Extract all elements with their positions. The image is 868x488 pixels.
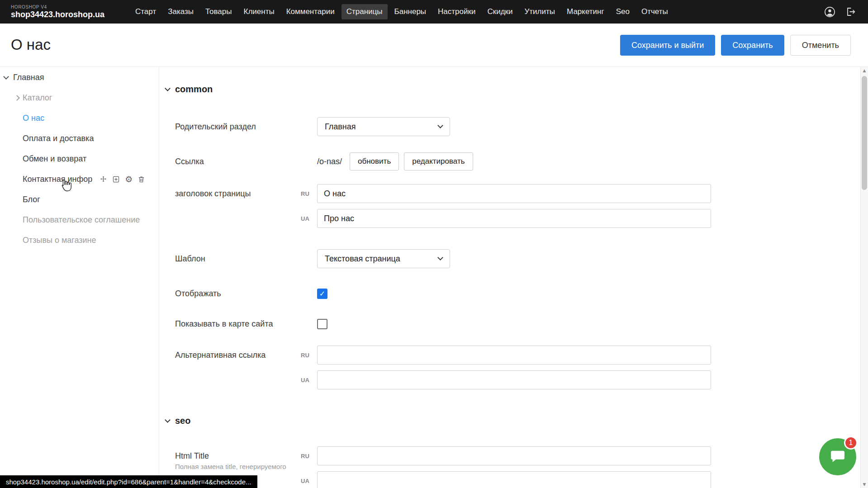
tree-item-label: Контактная инфор xyxy=(23,175,92,184)
brand-logo[interactable]: HOROSHOP V4 shop34423.horoshop.ua xyxy=(11,5,129,19)
cancel-button[interactable]: Отменить xyxy=(790,35,851,56)
nav-item-orders[interactable]: Заказы xyxy=(163,4,199,19)
status-url-bar: shop34423.horoshop.ua/edit/edit.php?id=6… xyxy=(0,475,257,488)
tree-item-label: Пользовательское соглашение xyxy=(23,215,140,225)
save-button[interactable]: Сохранить xyxy=(721,35,784,56)
edit-link-button[interactable]: редактировать xyxy=(404,152,473,171)
topbar-icons xyxy=(824,6,856,18)
header-buttons: Сохранить и выйти Сохранить Отменить xyxy=(620,35,851,56)
page-edit-form: common Родительский раздел Главная Ссылк… xyxy=(159,67,868,488)
brand-version: HOROSHOP V4 xyxy=(11,5,129,9)
section-seo[interactable]: seo xyxy=(166,416,868,426)
display-row: Отображать xyxy=(175,289,868,299)
tree-item-label: Оплата и доставка xyxy=(23,134,94,143)
field-label: Отображать xyxy=(175,289,317,298)
nav-item-utilities[interactable]: Утилиты xyxy=(520,4,560,19)
tree-item-label: О нас xyxy=(23,114,44,123)
tree-item-label: Каталог xyxy=(23,93,52,103)
nav-item-settings[interactable]: Настройки xyxy=(433,4,480,19)
html-title-ua-input[interactable] xyxy=(317,471,711,488)
chevron-right-icon xyxy=(14,95,20,101)
page-header: О нас Сохранить и выйти Сохранить Отмени… xyxy=(0,24,868,66)
scrollbar-thumb[interactable] xyxy=(862,76,867,190)
field-label: Html Title Полная замена title, генериру… xyxy=(175,446,317,471)
lang-ru-badge: RU xyxy=(301,453,309,460)
sitemap-row: Показывать в карте сайта xyxy=(175,319,868,329)
sidebar-item-o-nas[interactable]: О нас xyxy=(0,108,159,128)
lang-ru-badge: RU xyxy=(301,352,309,359)
link-path: /o-nas/ xyxy=(317,157,342,166)
scroll-down-icon[interactable]: ▼ xyxy=(861,482,868,487)
field-label: Родительский раздел xyxy=(175,122,317,132)
parent-section-row: Родительский раздел Главная xyxy=(175,117,868,136)
alt-link-ua-input[interactable] xyxy=(317,370,711,389)
sidebar-item-glavnaya[interactable]: Главная xyxy=(0,67,159,88)
alt-link-ru-input[interactable] xyxy=(317,346,711,365)
nav-item-marketing[interactable]: Маркетинг xyxy=(562,4,609,19)
nav-item-reports[interactable]: Отчеты xyxy=(636,4,673,19)
lang-ua-badge: UA xyxy=(301,478,309,484)
scrollbar[interactable]: ▲ ▼ xyxy=(860,67,868,488)
template-select[interactable]: Текстовая страница xyxy=(317,249,450,268)
nav-item-comments[interactable]: Комментарии xyxy=(281,4,340,19)
tree-row-actions: ⚙ xyxy=(100,175,145,183)
nav-item-start[interactable]: Старт xyxy=(130,4,161,19)
move-icon[interactable] xyxy=(100,175,107,183)
chevron-down-icon xyxy=(437,255,443,261)
sidebar-item-blog[interactable]: Блог xyxy=(0,190,159,210)
sidebar-item-obmen-i-vozvrat[interactable]: Обмен и возврат xyxy=(0,149,159,169)
save-and-exit-button[interactable]: Сохранить и выйти xyxy=(620,35,715,56)
gear-icon[interactable]: ⚙ xyxy=(125,175,133,183)
tree-item-label: Обмен и возврат xyxy=(23,154,86,164)
scroll-up-icon[interactable]: ▲ xyxy=(861,68,868,73)
html-title-ru-input[interactable] xyxy=(317,446,711,465)
template-row: Шаблон Текстовая страница xyxy=(175,249,868,268)
chevron-down-icon xyxy=(3,74,9,80)
parent-section-select[interactable]: Главная xyxy=(317,117,450,136)
tree-item-label: Блог xyxy=(23,195,40,204)
field-label: Показывать в карте сайта xyxy=(175,319,317,329)
chevron-down-icon xyxy=(165,85,171,91)
chat-unread-badge: 1 xyxy=(844,436,858,450)
sidebar-item-soglashenie[interactable]: Пользовательское соглашение xyxy=(0,210,159,230)
field-hint: Полная замена title, генерируемого xyxy=(175,463,317,471)
sidebar-item-katalog[interactable]: Каталог xyxy=(0,88,159,108)
nav-item-clients[interactable]: Клиенты xyxy=(239,4,280,19)
field-label: Альтернативная ссылка xyxy=(175,346,317,365)
chevron-down-icon xyxy=(165,417,171,423)
nav-item-pages[interactable]: Страницы xyxy=(342,4,388,19)
topbar: HOROSHOP V4 shop34423.horoshop.ua Старт … xyxy=(0,0,868,24)
account-icon[interactable] xyxy=(824,6,835,18)
sidebar-item-oplata-i-dostavka[interactable]: Оплата и доставка xyxy=(0,128,159,149)
nav-item-products[interactable]: Товары xyxy=(200,4,237,19)
link-row: Ссылка /o-nas/ обновить редактировать xyxy=(175,152,868,171)
sitemap-checkbox[interactable] xyxy=(317,319,327,329)
alt-link-row: Альтернативная ссылка RU UA xyxy=(175,346,868,389)
select-value: Текстовая страница xyxy=(325,254,400,264)
pages-tree: Главная Каталог О нас Оплата и доставка … xyxy=(0,67,159,488)
html-title-row: Html Title Полная замена title, генериру… xyxy=(175,446,868,488)
section-title: seo xyxy=(175,416,190,426)
sidebar-item-kontaktnaya-informaciya[interactable]: Контактная инфор ⚙ xyxy=(0,169,159,190)
nav-item-banners[interactable]: Баннеры xyxy=(389,4,432,19)
section-common[interactable]: common xyxy=(166,84,868,95)
field-label: Ссылка xyxy=(175,157,317,166)
nav-item-seo[interactable]: Seo xyxy=(611,4,635,19)
field-label: заголовок страницы xyxy=(175,184,317,203)
tree-item-label: Отзывы о магазине xyxy=(23,236,96,245)
chat-launcher[interactable]: 1 xyxy=(819,438,856,475)
display-checkbox[interactable] xyxy=(317,289,327,299)
page-heading-ua-input[interactable] xyxy=(317,209,711,228)
trash-icon[interactable] xyxy=(138,175,145,183)
sidebar-item-otzyvy[interactable]: Отзывы о магазине xyxy=(0,230,159,251)
page-title: О нас xyxy=(11,36,51,53)
nav-item-discounts[interactable]: Скидки xyxy=(482,4,517,19)
logout-icon[interactable] xyxy=(844,6,856,18)
refresh-link-button[interactable]: обновить xyxy=(350,152,399,171)
add-icon[interactable] xyxy=(112,175,120,183)
main-nav: Старт Заказы Товары Клиенты Комментарии … xyxy=(129,0,674,24)
chevron-down-icon xyxy=(437,123,443,128)
select-value: Главная xyxy=(325,122,356,132)
page-heading-ru-input[interactable] xyxy=(317,184,711,203)
lang-ua-badge: UA xyxy=(301,215,309,222)
